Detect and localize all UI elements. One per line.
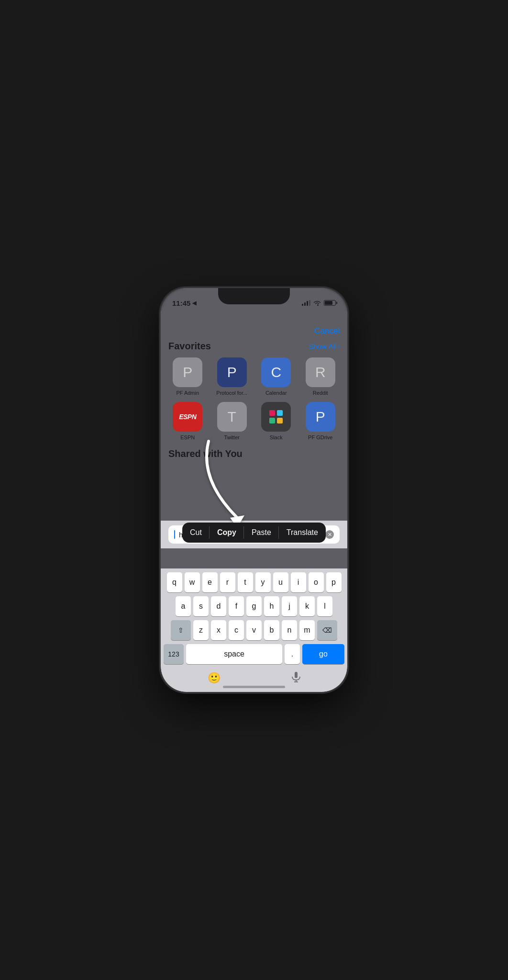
keyboard-row-2: a s d f g h j k l [163, 596, 345, 616]
instructional-arrow [180, 432, 295, 537]
svg-rect-0 [269, 410, 275, 416]
key-o[interactable]: o [309, 572, 324, 592]
wifi-icon [313, 300, 321, 306]
app-name-pf-gdrive: PF GDrive [308, 434, 332, 441]
key-i[interactable]: i [291, 572, 306, 592]
go-key[interactable]: go [302, 644, 344, 664]
key-e[interactable]: e [202, 572, 218, 592]
favorites-section-header: Favorites Show All › [168, 341, 340, 352]
app-icon-protocol: P [217, 357, 247, 387]
space-key[interactable]: space [186, 644, 282, 664]
app-icon-espn: ESPN [173, 402, 202, 432]
delete-key[interactable]: ⌫ [317, 620, 337, 640]
home-indicator [223, 686, 285, 688]
context-menu-copy[interactable]: Copy [210, 523, 244, 543]
favorites-title: Favorites [168, 341, 211, 352]
context-menu-paste[interactable]: Paste [244, 523, 279, 543]
app-icon-twitter: T [217, 402, 247, 432]
app-icon-slack [261, 402, 291, 432]
status-time: 11:45 ◀ [172, 299, 196, 307]
key-q[interactable]: q [167, 572, 182, 592]
app-item-protocol[interactable]: P Protocol for... [213, 357, 252, 396]
clear-button[interactable]: ✕ [325, 530, 334, 539]
key-r[interactable]: r [220, 572, 235, 592]
app-item-pf-gdrive[interactable]: P PF GDrive [301, 402, 340, 441]
key-x[interactable]: x [211, 620, 226, 640]
app-item-pf-admin[interactable]: P PF Admin [168, 357, 207, 396]
key-p[interactable]: p [326, 572, 342, 592]
keyboard-mic-icon[interactable] [292, 672, 300, 684]
key-w[interactable]: w [185, 572, 200, 592]
key-n[interactable]: n [282, 620, 297, 640]
key-m[interactable]: m [299, 620, 315, 640]
key-v[interactable]: v [246, 620, 262, 640]
status-icons [302, 300, 336, 306]
key-c[interactable]: c [229, 620, 244, 640]
period-key[interactable]: . [285, 644, 300, 664]
keyboard-row-3: ⇧ z x c v b n m ⌫ [163, 620, 345, 640]
emoji-icon[interactable]: 🙂 [208, 672, 221, 684]
apps-grid: P PF Admin P Protocol for... C Calend [168, 357, 340, 441]
key-t[interactable]: t [238, 572, 253, 592]
svg-rect-1 [277, 410, 283, 416]
key-u[interactable]: u [273, 572, 288, 592]
key-s[interactable]: s [193, 596, 209, 616]
key-j[interactable]: j [282, 596, 297, 616]
context-menu-translate[interactable]: Translate [279, 523, 326, 543]
context-menu-cut[interactable]: Cut [182, 523, 210, 543]
battery-icon [324, 300, 336, 306]
svg-rect-2 [269, 418, 275, 423]
app-item-reddit[interactable]: R Reddit [301, 357, 340, 396]
app-item-calendar[interactable]: C Calendar [257, 357, 296, 396]
key-g[interactable]: g [246, 596, 262, 616]
show-all-button[interactable]: Show All › [309, 342, 340, 350]
app-icon-calendar: C [261, 357, 291, 387]
cancel-button[interactable]: Cancel [314, 326, 340, 336]
key-l[interactable]: l [317, 596, 332, 616]
keyboard: q w e r t y u i o p a s d f g h j k [161, 568, 347, 692]
key-h[interactable]: h [264, 596, 279, 616]
context-menu: Cut Copy Paste Translate [182, 523, 326, 543]
app-name-pf-admin: PF Admin [176, 390, 199, 396]
key-f[interactable]: f [229, 596, 244, 616]
time-display: 11:45 [172, 299, 190, 307]
key-b[interactable]: b [264, 620, 279, 640]
keyboard-row-4: 123 space . go [163, 644, 345, 664]
app-name-reddit: Reddit [313, 390, 328, 396]
key-a[interactable]: a [176, 596, 191, 616]
signal-icon [302, 300, 310, 306]
svg-rect-3 [277, 418, 283, 423]
svg-rect-8 [295, 672, 298, 678]
app-icon-pf-gdrive: P [306, 402, 335, 432]
keyboard-row-1: q w e r t y u i o p [163, 572, 345, 592]
numbers-key[interactable]: 123 [164, 644, 184, 664]
key-d[interactable]: d [211, 596, 226, 616]
key-k[interactable]: k [299, 596, 315, 616]
notch [218, 288, 290, 304]
show-all-label: Show All [309, 342, 336, 350]
shift-key[interactable]: ⇧ [171, 620, 191, 640]
app-icon-reddit: R [306, 357, 335, 387]
app-name-protocol: Protocol for... [216, 390, 247, 396]
key-z[interactable]: z [193, 620, 209, 640]
location-icon: ◀ [192, 300, 196, 306]
text-cursor [174, 530, 175, 539]
key-y[interactable]: y [255, 572, 271, 592]
app-icon-pf-admin: P [173, 357, 202, 387]
app-name-calendar: Calendar [265, 390, 287, 396]
chevron-right-icon: › [337, 342, 340, 350]
